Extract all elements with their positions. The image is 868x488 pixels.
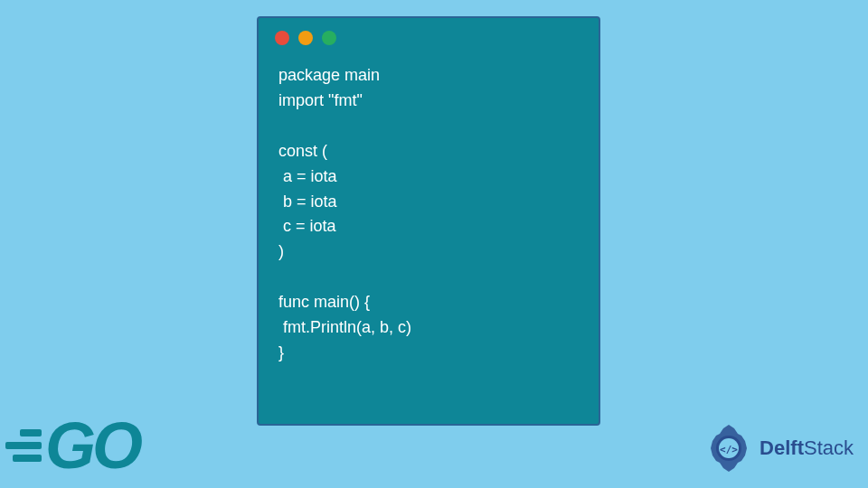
window-controls bbox=[259, 18, 599, 58]
code-line: fmt.Println(a, b, c) bbox=[278, 315, 579, 341]
delft-prefix: Delft bbox=[760, 436, 804, 459]
code-line: c = iota bbox=[278, 214, 579, 239]
go-logo: GO bbox=[5, 408, 139, 483]
code-line: b = iota bbox=[278, 190, 579, 215]
go-logo-text: GO bbox=[45, 408, 139, 483]
delftstack-logo: </> DelftStack bbox=[703, 423, 854, 474]
code-line: package main bbox=[278, 63, 579, 89]
close-dot-icon bbox=[275, 31, 289, 45]
code-window: package main import "fmt" const ( a = io… bbox=[257, 16, 600, 426]
code-line: } bbox=[278, 341, 579, 366]
svg-text:</>: </> bbox=[720, 444, 738, 455]
code-line: func main() { bbox=[278, 290, 579, 315]
blank-line bbox=[278, 265, 579, 290]
code-line: import "fmt" bbox=[278, 89, 579, 114]
delftstack-icon: </> bbox=[703, 423, 754, 474]
code-line: a = iota bbox=[278, 164, 579, 190]
delft-suffix: Stack bbox=[804, 436, 854, 459]
code-line: ) bbox=[278, 239, 579, 265]
code-content: package main import "fmt" const ( a = io… bbox=[259, 58, 599, 371]
go-speed-lines-icon bbox=[5, 429, 42, 462]
code-line: const ( bbox=[278, 139, 579, 164]
delftstack-text: DelftStack bbox=[760, 436, 854, 460]
blank-line bbox=[278, 114, 579, 139]
minimize-dot-icon bbox=[298, 31, 313, 45]
maximize-dot-icon bbox=[322, 31, 336, 45]
